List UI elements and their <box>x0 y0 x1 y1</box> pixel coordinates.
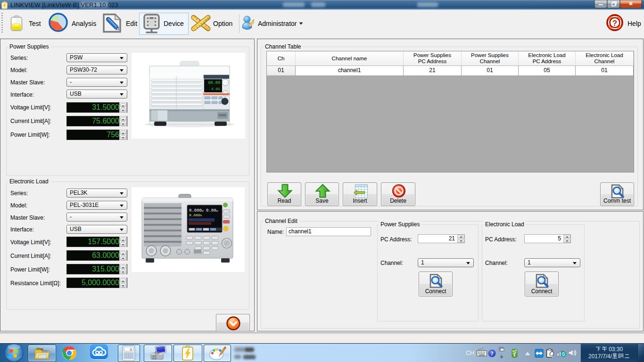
svg-text:?: ? <box>612 19 617 28</box>
svg-text:0.000w 0.00w: 0.000w 0.00w <box>189 208 218 213</box>
svg-text:0: 0 <box>130 347 132 352</box>
svg-text:4.05: 4.05 <box>211 87 220 91</box>
svg-text:0.000A: 0.000A <box>189 213 202 217</box>
svg-text:80.00: 80.00 <box>208 81 220 85</box>
svg-text:?: ? <box>491 351 494 356</box>
